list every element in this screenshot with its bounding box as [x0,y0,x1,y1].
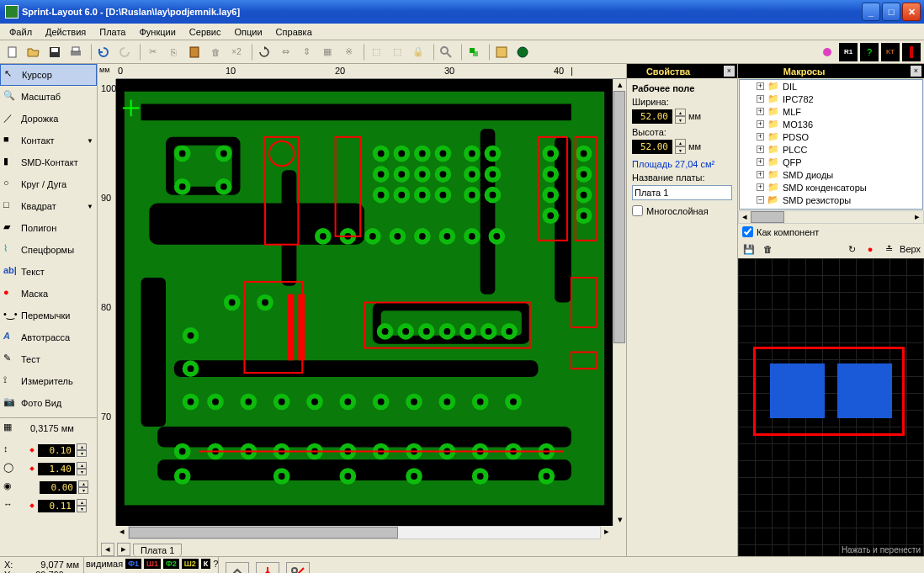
macro-save-icon[interactable]: 💾 [741,241,757,257]
tool-measure[interactable]: ⟟Измеритель [0,370,97,392]
macro-tree[interactable]: +📁DIL +📁IPC782 +📁MLF +📁MO136 +📁PDSO +📁PL… [739,79,923,210]
redo-button[interactable] [115,43,134,61]
tab-board1[interactable]: Плата 1 [133,544,182,556]
svg-rect-194 [298,294,305,361]
print-button[interactable] [66,43,85,61]
tool-text[interactable]: ab|Текст [0,261,97,283]
param-trackwidth[interactable]: ↕0.10▴▾ [3,442,93,459]
grid-setting[interactable]: ▦0,3175 мм [3,420,93,437]
svg-rect-5 [190,47,199,57]
layer-button[interactable] [902,43,921,61]
svg-rect-4 [72,47,79,51]
ground-button[interactable] [226,562,249,574]
macro-top-label[interactable]: Верх [900,244,921,254]
svg-rect-10 [497,47,507,57]
tool-track[interactable]: ／Дорожка [0,108,97,130]
width-value[interactable]: 52.00 [632,109,672,124]
menu-functions[interactable]: Функции [133,25,181,39]
menu-help[interactable]: Справка [270,25,318,39]
properties-close[interactable]: × [724,66,735,77]
close-button[interactable]: ✕ [902,3,921,21]
panel2-button[interactable] [513,43,532,61]
cursor-icon: ↖ [4,68,18,82]
snap-button[interactable]: ※ [339,43,358,61]
tool-autoroute[interactable]: AАвтотрасса [0,326,97,348]
minimize-button[interactable]: _ [862,3,880,21]
cut-button[interactable]: ✂ [143,43,162,61]
padouter-icon: ◯ [3,462,29,475]
svg-point-174 [279,473,285,480]
mirror-h-button[interactable]: ⇔ [276,43,295,61]
svg-point-64 [469,171,475,178]
tool-polygon[interactable]: ▰Полигон [0,217,97,239]
svg-point-110 [188,365,194,372]
paste-button[interactable] [185,43,204,61]
align-button[interactable]: ▦ [318,43,337,61]
param-padinner[interactable]: ◉0.00▴▾ [3,479,93,496]
undo-button[interactable] [94,43,113,61]
tab-next[interactable]: ▸ [117,543,130,556]
macros-close[interactable]: × [911,66,921,77]
tool-mask[interactable]: ●Маска [0,283,97,305]
area-link[interactable]: Площадь 27,04 см² [632,159,732,169]
menu-service[interactable]: Сервис [183,25,227,39]
rotate-button[interactable] [255,43,273,61]
macro-delete-icon[interactable]: 🗑 [760,241,775,257]
help-button[interactable]: ? [860,43,879,61]
as-component-checkbox[interactable] [742,226,753,237]
svg-point-176 [344,473,351,480]
macro-record-icon[interactable]: ● [863,241,878,257]
macro-preview[interactable]: Нажать и перенести [738,258,924,556]
group-button[interactable]: ⬚ [367,43,385,61]
origin-button[interactable] [256,562,279,574]
panel1-button[interactable] [492,43,511,61]
menu-actions[interactable]: Действия [40,25,92,39]
ungroup-button[interactable]: ⬚ [388,43,406,61]
pcb-canvas[interactable] [116,79,613,526]
kt-button[interactable]: KT [881,43,900,61]
copy-button[interactable]: ⎘ [164,43,183,61]
menu-file[interactable]: Файл [3,25,38,39]
menu-board[interactable]: Плата [93,25,131,39]
new-button[interactable] [3,43,22,61]
window-title: Sprint-Layout 6.0 - [D:\Ruslan\lay\podje… [22,7,862,17]
svg-point-142 [443,399,450,406]
tool-circle[interactable]: ○Круг / Дуга [0,173,97,195]
maximize-button[interactable]: □ [882,3,900,21]
duplicate-button[interactable]: ×2 [227,43,246,61]
open-button[interactable] [24,43,43,61]
drc-button[interactable] [818,43,836,61]
svg-point-200 [292,568,297,573]
tool-rect[interactable]: □Квадрат▼ [0,195,97,217]
vertical-scrollbar[interactable]: ▴ ▾ [613,79,626,526]
save-button[interactable] [45,43,64,61]
macro-tree-hscroll[interactable]: ◂▸ [738,210,924,224]
delete-button[interactable]: 🗑 [206,43,225,61]
r1-button[interactable]: R1 [839,43,858,61]
tool-pad[interactable]: ■Контакт▼ [0,130,97,151]
multilayer-checkbox[interactable] [632,205,643,216]
param-padouter[interactable]: ◯1.40▴▾ [3,460,93,477]
lock-button[interactable]: 🔒 [409,43,427,61]
tool-jumper[interactable]: •‿•Перемычки [0,305,97,326]
tool-test[interactable]: ✎Тест [0,348,97,370]
mirror-v-button[interactable]: ⇕ [297,43,316,61]
layer-visibility[interactable]: видимая Ф1 Ш1 Ф2 Ш2 К ? активная ●○○○○ [84,557,219,573]
tool-special[interactable]: ⌇Спецформы [0,239,97,261]
tool-photo[interactable]: 📷Фото Вид [0,392,97,414]
svg-point-94 [394,233,401,240]
tool-zoom[interactable]: 🔍Масштаб [0,86,97,108]
connections-button[interactable] [286,562,310,574]
height-value[interactable]: 52.00 [632,140,672,154]
boardname-input[interactable] [632,185,732,200]
macro-rotate-icon[interactable]: ↻ [844,241,859,257]
tool-cursor[interactable]: ↖Курсор [0,64,97,86]
zoom-button[interactable] [437,43,455,61]
macro-layer-icon[interactable]: ≛ [881,241,896,257]
horizontal-scrollbar[interactable]: ◂ ▸ [98,526,626,539]
menu-options[interactable]: Опции [229,25,268,39]
tab-prev[interactable]: ◂ [101,543,114,556]
tool-smd[interactable]: ▮SMD-Контакт [0,151,97,173]
param-line[interactable]: ↔0.11▴▾ [3,497,93,514]
transparent-button[interactable] [465,43,483,61]
